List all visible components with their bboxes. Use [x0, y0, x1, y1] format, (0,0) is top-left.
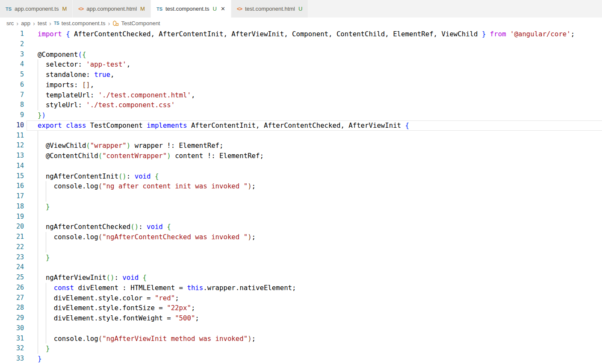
code-line[interactable]: 16 console.log("ng after content init wa… [0, 181, 602, 191]
code-text: @ViewChild("wrapper") wrapper !: Element… [38, 141, 224, 151]
code-line[interactable]: 4 selector: 'app-test', [0, 59, 602, 70]
code-line[interactable]: 20 ngAfterContentChecked(): void { [0, 222, 602, 232]
code-line[interactable]: 31 console.log("ngAfterViewInit method w… [0, 334, 602, 344]
ts-file-icon: TS [156, 6, 162, 12]
code-line[interactable]: 32 } [0, 343, 602, 354]
line-number: 14 [0, 161, 24, 171]
code-line[interactable]: 18 } [0, 202, 602, 212]
line-number: 21 [0, 232, 24, 242]
tab-app.component.ts[interactable]: TSapp.component.tsM [0, 0, 73, 18]
code-line[interactable]: 12 @ViewChild("wrapper") wrapper !: Elem… [0, 141, 602, 151]
code-text: imports: [], [38, 80, 94, 90]
breadcrumb-item-test.component.ts[interactable]: TStest.component.ts [54, 20, 105, 26]
code-text: console.log("ngAfterContentChecked was i… [38, 232, 256, 242]
class-symbol-icon [112, 20, 119, 26]
breadcrumb-label: test.component.ts [62, 20, 106, 26]
breadcrumb-item-src[interactable]: src [6, 20, 14, 26]
line-number: 16 [0, 181, 24, 191]
code-line[interactable]: 15 ngAfterContentInit(): void { [0, 171, 602, 182]
code-text: } [38, 252, 50, 263]
code-line[interactable]: 26 const divElement : HTMLElement = this… [0, 283, 602, 293]
breadcrumb-separator-icon: › [108, 20, 110, 26]
code-editor[interactable]: 1import { AfterContentChecked, AfterCont… [0, 29, 602, 364]
breadcrumb-item-app[interactable]: app [21, 20, 30, 26]
line-number: 13 [0, 151, 24, 161]
tab-test.component.html[interactable]: <>test.component.htmlU [231, 0, 308, 18]
code-line[interactable]: 5 standalone: true, [0, 70, 602, 80]
line-number: 31 [0, 334, 24, 344]
code-line[interactable]: 14 [0, 161, 602, 171]
code-text: @ContentChild("contentWrapper") content … [38, 151, 264, 161]
code-text: styleUrl: './test.component.css' [38, 100, 175, 110]
line-number: 23 [0, 252, 24, 263]
code-line[interactable]: 29 divElement.style.fontWeight = "500"; [0, 313, 602, 323]
code-line[interactable]: 7 templateUrl: './test.component.html', [0, 90, 602, 100]
html-file-icon: <> [78, 6, 83, 12]
code-line[interactable]: 28 divElement.style.fontSize = "22px"; [0, 303, 602, 313]
breadcrumb-separator-icon: › [16, 20, 18, 26]
code-line[interactable]: 22 [0, 242, 602, 252]
breadcrumb-label: src [6, 20, 14, 26]
code-line[interactable]: 8 styleUrl: './test.component.css' [0, 100, 602, 110]
breadcrumb-item-test[interactable]: test [38, 20, 47, 26]
code-text: const divElement : HTMLElement = this.wr… [38, 283, 296, 293]
tab-app.component.html[interactable]: <>app.component.htmlM [73, 0, 151, 18]
close-icon[interactable]: ✕ [221, 6, 225, 12]
code-line[interactable]: 10export class TestComponent implements … [0, 120, 602, 131]
line-number: 17 [0, 191, 24, 202]
breadcrumb-separator-icon: › [33, 20, 35, 26]
breadcrumb-item-TestComponent[interactable]: TestComponent [112, 20, 160, 26]
code-line[interactable]: 3@Component({ [0, 50, 602, 60]
line-number: 20 [0, 222, 24, 232]
tab-label: app.component.ts [15, 6, 59, 12]
line-number: 33 [0, 354, 24, 364]
line-number: 18 [0, 202, 24, 212]
code-line[interactable]: 19 [0, 212, 602, 222]
code-text: } [38, 354, 41, 364]
code-line[interactable]: 1import { AfterContentChecked, AfterCont… [0, 29, 602, 39]
line-number: 32 [0, 343, 24, 354]
line-number: 12 [0, 141, 24, 151]
line-number: 26 [0, 283, 24, 293]
code-line[interactable]: 30 [0, 323, 602, 334]
indent-guide [38, 262, 38, 273]
code-line[interactable]: 13 @ContentChild("contentWrapper") conte… [0, 151, 602, 161]
code-text: console.log("ng after content init was i… [38, 181, 256, 191]
code-line[interactable]: 2 [0, 39, 602, 50]
code-line[interactable]: 21 console.log("ngAfterContentChecked wa… [0, 232, 602, 242]
code-text: } [38, 202, 50, 212]
line-number: 22 [0, 242, 24, 252]
line-number: 25 [0, 273, 24, 283]
code-text: export class TestComponent implements Af… [38, 120, 409, 131]
code-line[interactable]: 33} [0, 354, 602, 364]
code-line[interactable]: 27 divElement.style.color = "red"; [0, 293, 602, 303]
untracked-badge: U [298, 6, 302, 12]
indent-guide [46, 242, 46, 252]
line-number: 2 [0, 39, 24, 50]
line-number: 28 [0, 303, 24, 313]
line-number: 19 [0, 212, 24, 222]
indent-guide [38, 131, 38, 141]
line-number: 30 [0, 323, 24, 334]
line-number: 11 [0, 131, 24, 141]
code-line[interactable]: 6 imports: [], [0, 80, 602, 90]
breadcrumb: src›app›test›TStest.component.ts›TestCom… [0, 18, 602, 29]
code-line[interactable]: 23 } [0, 252, 602, 263]
line-number: 10 [0, 120, 24, 131]
code-line[interactable]: 9}) [0, 110, 602, 120]
tab-test.component.ts[interactable]: TStest.component.tsU✕ [151, 0, 231, 18]
code-line[interactable]: 24 [0, 262, 602, 273]
line-number: 3 [0, 50, 24, 60]
modified-badge: M [62, 6, 67, 12]
code-line[interactable]: 25 ngAfterViewInit(): void { [0, 273, 602, 283]
code-line[interactable]: 17 [0, 191, 602, 202]
line-number: 6 [0, 80, 24, 90]
code-line[interactable]: 11 [0, 131, 602, 141]
tab-label: test.component.ts [165, 6, 210, 12]
line-number: 4 [0, 59, 24, 70]
indent-guide [38, 212, 38, 222]
code-text: console.log("ngAfterViewInit method was … [38, 334, 256, 344]
indent-guide [38, 161, 38, 171]
code-text: divElement.style.fontWeight = "500"; [38, 313, 199, 323]
indent-guide [38, 323, 38, 334]
